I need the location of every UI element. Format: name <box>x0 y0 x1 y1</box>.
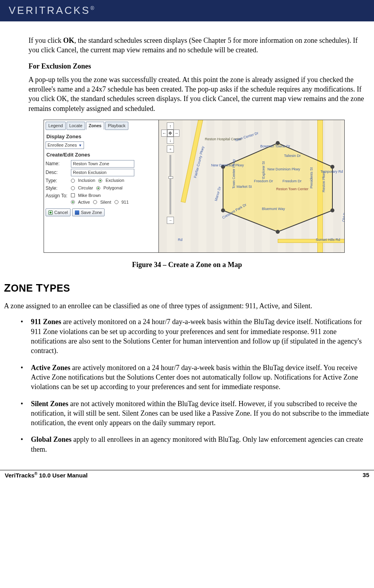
tab-zones[interactable]: Zones <box>86 122 104 130</box>
zoom-out-button[interactable]: − <box>167 217 174 224</box>
page-content: If you click OK, the standard schedules … <box>0 21 374 454</box>
figure-caption: Figure 34 – Create a Zone on a Map <box>4 260 370 269</box>
page-number: 35 <box>363 471 369 479</box>
label-rd: Rd <box>178 237 183 242</box>
label-explorer: Explorer St <box>261 161 266 179</box>
list-item: Active Zones are actively monitored on a… <box>18 363 370 392</box>
radio-silent[interactable] <box>93 200 97 204</box>
list-item: Silent Zones are not actively monitored … <box>18 399 370 428</box>
pan-center-button[interactable]: ✥ <box>167 130 173 137</box>
brand-logo: VERITRACKS® <box>9 4 96 17</box>
label-freedom: Freedom Dr <box>254 179 273 183</box>
label-reston-town-center: Reston Town Center <box>276 187 300 191</box>
label-new-dominion-2: New Dominion Pkwy <box>267 167 300 172</box>
assign-radios: Active Silent 911 <box>71 199 129 205</box>
panel-tabs: Legend Locate Zones Playback <box>46 122 157 130</box>
exclusion-subheading: For Exclusion Zones <box>29 61 370 71</box>
label-taliesin: Taliesin Dr <box>284 153 301 158</box>
intro-paragraph-2: A pop-up tells you the zone was successf… <box>29 75 370 113</box>
label-presidents: Presidents St <box>309 167 314 189</box>
label-bowman: Bowman Towne Dr <box>260 144 290 149</box>
zoom-in-button[interactable]: + <box>167 145 174 153</box>
radio-active[interactable] <box>71 200 75 204</box>
zone-types-list: 911 Zones are actively monitored on a 24… <box>18 317 370 454</box>
app-header: VERITRACKS® <box>0 0 374 21</box>
pan-right-button[interactable]: → <box>174 130 179 137</box>
section-intro: A zone assigned to an enrollee can be cl… <box>4 301 370 311</box>
pan-up-button[interactable]: ↑ <box>167 122 174 130</box>
label-reston-hospital: Reston Hospital Center <box>205 137 227 141</box>
zoom-thumb[interactable] <box>168 176 173 179</box>
label-market: Market St <box>237 184 252 189</box>
style-radios: Circular Polygonal <box>71 185 122 191</box>
radio-polygonal[interactable] <box>96 186 100 190</box>
pan-down-button[interactable]: ↓ <box>167 137 174 144</box>
desc-label: Desc: <box>46 169 71 176</box>
figure-screenshot: Legend Locate Zones Playback Display Zon… <box>44 120 345 253</box>
label-towncenter2: Town Center Pkwy <box>231 159 236 189</box>
brand-name: VERITRACKS <box>9 4 90 16</box>
list-item: Global Zones apply to all enrollees in a… <box>18 435 370 454</box>
svg-point-3 <box>330 208 334 212</box>
save-zone-button[interactable]: Save Zone <box>72 208 105 217</box>
registered-mark: ® <box>90 6 96 11</box>
footer-left: VeriTracks® 10.0 User Manual <box>5 471 88 479</box>
zoom-slider[interactable] <box>170 155 171 214</box>
create-edit-heading: Create/Edit Zones <box>46 151 157 158</box>
name-label: Name: <box>46 160 71 167</box>
map-canvas[interactable]: ↑ ← ✥ → ↓ + − <box>159 120 344 252</box>
label-old-reston: Old Reston Ave <box>341 197 345 222</box>
tab-playback[interactable]: Playback <box>105 122 128 130</box>
svg-point-5 <box>221 208 225 212</box>
page-footer: VeriTracks® 10.0 User Manual 35 <box>0 470 374 483</box>
assign-checkbox[interactable] <box>71 193 75 197</box>
radio-circular[interactable] <box>71 186 75 190</box>
label-bluemont: Bluemont Way <box>262 206 285 211</box>
display-zones-heading: Display Zones <box>46 133 157 140</box>
svg-point-4 <box>276 230 280 234</box>
name-input[interactable]: Reston Town Zone <box>71 160 134 168</box>
cancel-icon <box>48 210 53 215</box>
section-zone-types-heading: ZONE TYPES <box>4 281 370 296</box>
intro-paragraph-1: If you click OK, the standard schedules … <box>29 36 370 55</box>
desc-input[interactable]: Reston Exclusion <box>71 169 134 176</box>
assign-name: Mike Brown <box>78 193 101 199</box>
svg-point-2 <box>330 165 334 169</box>
tab-locate[interactable]: Locate <box>67 122 85 130</box>
label-new-dominion: New Dominion Pkwy <box>211 163 244 168</box>
radio-inclusion[interactable] <box>71 179 75 183</box>
style-label: Style: <box>46 185 71 191</box>
radio-exclusion[interactable] <box>98 179 102 183</box>
label-reston-pkwy: Reston Pkwy <box>321 172 326 193</box>
pan-left-button[interactable]: ← <box>161 130 167 137</box>
label-sunset: Sunset Hills Rd <box>316 237 340 242</box>
type-radios: Inclusion Exclusion <box>71 178 124 183</box>
display-zones-select[interactable]: Enrollee Zones ▼ <box>46 141 84 149</box>
list-item: 911 Zones are actively monitored on a 24… <box>18 317 370 355</box>
label-freedom-2: Freedom Dr <box>282 179 301 183</box>
save-icon <box>75 210 79 215</box>
cancel-button[interactable]: Cancel <box>46 208 71 217</box>
map-nav-controls: ↑ ← ✥ → ↓ + − <box>161 122 179 224</box>
tab-legend[interactable]: Legend <box>46 122 66 130</box>
type-label: Type: <box>46 178 71 184</box>
label-temporary: Temporary Rd <box>321 169 343 174</box>
radio-911[interactable] <box>114 200 118 204</box>
zone-editor-panel: Legend Locate Zones Playback Display Zon… <box>44 120 159 252</box>
assign-label: Assign To: <box>46 193 71 199</box>
chevron-down-icon: ▼ <box>78 143 82 148</box>
